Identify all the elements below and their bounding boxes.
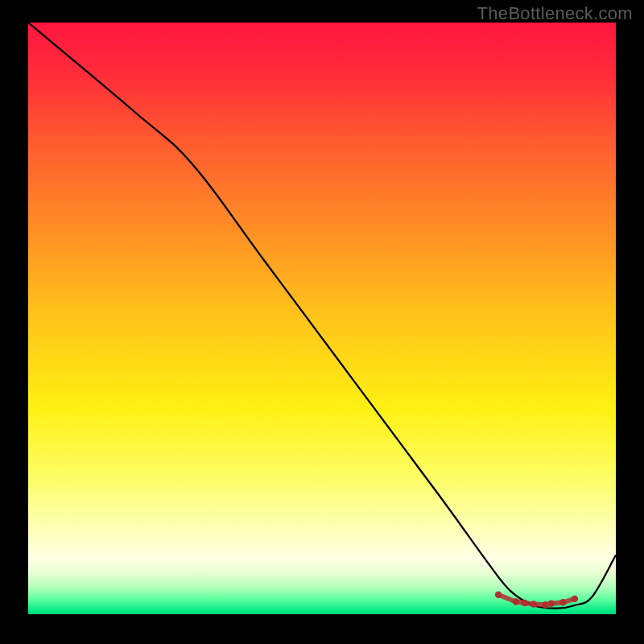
marker-dot xyxy=(513,598,519,605)
marker-dot xyxy=(559,599,566,605)
plot-area xyxy=(28,23,616,614)
marker-dot xyxy=(572,596,578,602)
marker-dot xyxy=(548,601,555,607)
gradient-background xyxy=(28,23,616,614)
marker-dot xyxy=(530,601,537,607)
watermark: TheBottleneck.com xyxy=(477,3,633,24)
chart-svg xyxy=(28,23,616,614)
marker-dot xyxy=(522,600,528,606)
chart-canvas: TheBottleneck.com xyxy=(0,0,644,644)
marker-dot xyxy=(542,601,548,608)
marker-dot xyxy=(495,592,502,598)
